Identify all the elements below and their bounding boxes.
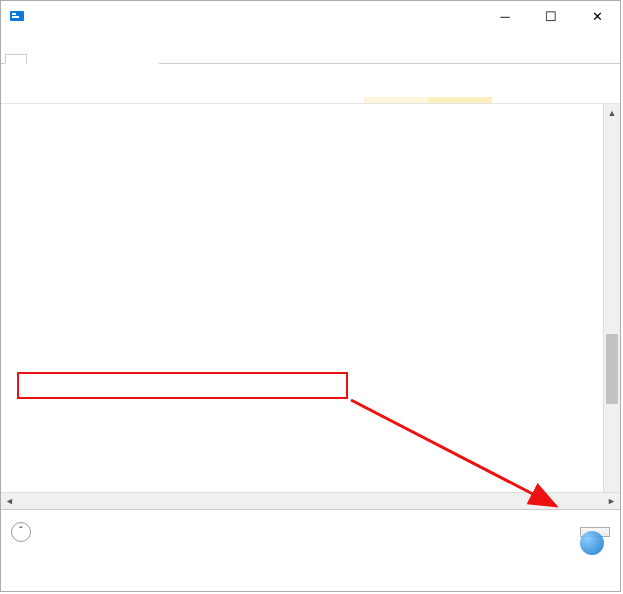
vertical-scrollbar[interactable]: ▲ ▼ (603, 104, 620, 509)
annotation-arrow (1, 104, 620, 509)
col-network[interactable] (556, 97, 620, 103)
tab-users[interactable] (93, 54, 115, 64)
tab-startup[interactable] (71, 54, 93, 64)
app-icon (9, 8, 25, 24)
scroll-right-icon[interactable]: ► (603, 493, 620, 509)
tab-details[interactable] (115, 54, 137, 64)
globe-icon (580, 531, 604, 555)
svg-line-4 (351, 400, 556, 506)
col-name[interactable] (1, 95, 364, 103)
close-button[interactable]: ✕ (574, 1, 620, 31)
menubar (1, 31, 620, 53)
titlebar[interactable]: ─ ☐ ✕ (1, 1, 620, 31)
column-headers (1, 64, 620, 104)
scroll-thumb[interactable] (606, 334, 618, 404)
scroll-up-icon[interactable]: ▲ (604, 104, 620, 121)
tab-performance[interactable] (27, 54, 49, 64)
svg-rect-1 (12, 13, 16, 15)
tab-processes[interactable] (5, 54, 27, 64)
chevron-up-icon: ˆ (11, 522, 31, 542)
task-manager-window: ─ ☐ ✕ ▲ ▼ ◄ (0, 0, 621, 592)
minimize-button[interactable]: ─ (482, 1, 528, 31)
svg-rect-2 (12, 16, 19, 18)
tabstrip (1, 53, 620, 64)
tab-services[interactable] (137, 54, 159, 64)
watermark (580, 531, 608, 555)
annotation-highlight (17, 372, 348, 399)
col-disk[interactable] (492, 97, 556, 103)
col-cpu[interactable] (364, 97, 428, 103)
tab-app-history[interactable] (49, 54, 71, 64)
maximize-button[interactable]: ☐ (528, 1, 574, 31)
footer: ˆ (1, 509, 620, 553)
horizontal-scrollbar[interactable]: ◄ ► (1, 492, 620, 509)
process-list: ▲ ▼ ◄ ► (1, 104, 620, 509)
fewer-details-toggle[interactable]: ˆ (11, 522, 37, 542)
col-memory[interactable] (428, 97, 492, 103)
scroll-left-icon[interactable]: ◄ (1, 493, 18, 509)
